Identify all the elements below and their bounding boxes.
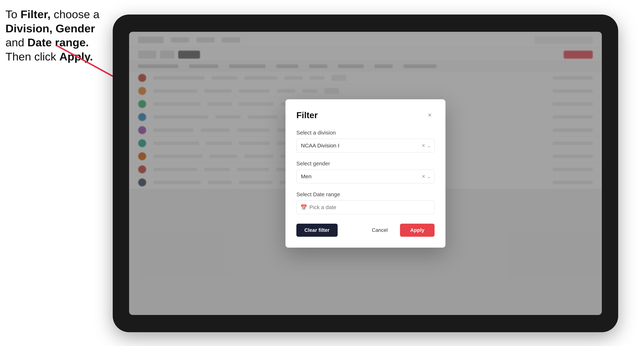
modal-close-button[interactable]: × bbox=[425, 110, 434, 120]
filter-modal: Filter × Select a division NCAA Division… bbox=[286, 99, 446, 248]
instruction-bold-apply: Apply. bbox=[59, 50, 93, 63]
date-label: Select Date range bbox=[296, 191, 434, 197]
instruction-line3: and Date range. bbox=[6, 36, 89, 49]
instruction-bold-filter: Filter, bbox=[20, 8, 50, 20]
date-form-group: Select Date range 📅 bbox=[296, 191, 434, 214]
instruction-bold-date: Date range. bbox=[28, 36, 89, 49]
date-input[interactable] bbox=[296, 200, 434, 214]
division-label: Select a division bbox=[296, 130, 434, 136]
modal-footer-right: Cancel Apply bbox=[364, 224, 434, 237]
modal-footer: Clear filter Cancel Apply bbox=[296, 224, 434, 237]
gender-select-wrapper[interactable]: Men ✕ ⌄ bbox=[296, 170, 434, 183]
date-input-wrapper[interactable]: 📅 bbox=[296, 200, 434, 214]
division-select-wrapper[interactable]: NCAA Division I ✕ ⌄ bbox=[296, 139, 434, 153]
gender-form-group: Select gender Men ✕ ⌄ bbox=[296, 161, 434, 183]
modal-header: Filter × bbox=[296, 110, 434, 120]
gender-select[interactable]: Men bbox=[296, 170, 434, 183]
instruction-bold-division-gender: Division, Gender bbox=[6, 22, 95, 35]
tablet-frame: Filter × Select a division NCAA Division… bbox=[113, 14, 618, 332]
cancel-button[interactable]: Cancel bbox=[364, 224, 396, 237]
apply-button[interactable]: Apply bbox=[400, 224, 434, 237]
division-select[interactable]: NCAA Division I bbox=[296, 139, 434, 153]
division-form-group: Select a division NCAA Division I ✕ ⌄ bbox=[296, 130, 434, 153]
clear-filter-button[interactable]: Clear filter bbox=[296, 224, 338, 237]
modal-title: Filter bbox=[296, 110, 318, 120]
instruction-line4: Then click Apply. bbox=[6, 50, 93, 63]
instruction-panel: To Filter, choose a Division, Gender and… bbox=[6, 7, 111, 64]
gender-label: Select gender bbox=[296, 161, 434, 167]
close-icon: × bbox=[428, 111, 432, 119]
tablet-screen: Filter × Select a division NCAA Division… bbox=[129, 32, 602, 315]
modal-overlay: Filter × Select a division NCAA Division… bbox=[129, 32, 602, 315]
instruction-line1: To Filter, choose a bbox=[6, 8, 100, 20]
